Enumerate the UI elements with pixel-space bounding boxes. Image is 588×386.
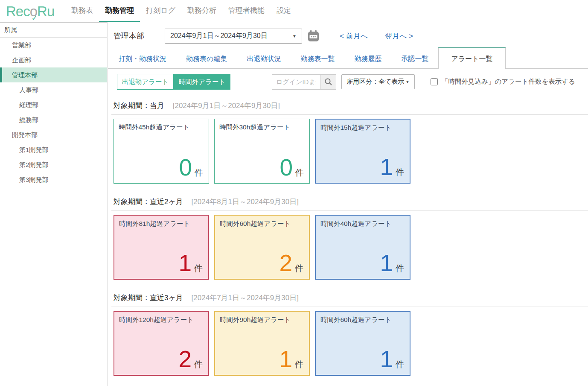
overtime-alert-toggle[interactable]: 時間外アラート — [174, 74, 230, 90]
tab-inout-status[interactable]: 出退勤状況 — [237, 48, 291, 68]
alert-card-title: 時間外81h超過アラート — [119, 219, 204, 228]
section-title: 対象期間：当月 — [114, 102, 164, 110]
search-button[interactable] — [320, 74, 336, 90]
sidebar-item-dev2[interactable]: 第2開発部 — [0, 157, 107, 172]
sidebar-item-sales[interactable]: 営業部 — [0, 38, 107, 53]
alert-card-title: 時間外15h超過アラート — [320, 123, 405, 132]
tab-approval-list[interactable]: 承認一覧 — [391, 48, 438, 68]
prev-month-link[interactable]: < 前月へ — [340, 31, 368, 41]
main-content: 管理本部 2024年9月1日～2024年9月30日 ▼ < 前月へ 翌月へ > … — [108, 22, 588, 386]
alert-card-title: 時間外60h超過アラート — [220, 219, 304, 228]
sidebar-item-dev1[interactable]: 第1開発部 — [0, 142, 107, 157]
alert-card-title: 時間外90h超過アラート — [220, 316, 304, 325]
nav-item-admin-functions[interactable]: 管理者機能 — [222, 0, 271, 22]
sidebar-item-dev-hq[interactable]: 開発本部 — [0, 127, 107, 142]
alert-card-row: 時間外120h超過アラート 2 件 時間外90h超過アラート 1 件 時間外60… — [111, 311, 588, 376]
filter-bar: 出退勤アラート 時間外アラート 雇用区分：全て表示 ▼ 「時間外見込み」のアラー… — [108, 69, 588, 95]
estimated-overtime-label: 「時間外見込み」のアラート件数を表示する — [442, 77, 575, 86]
search-icon — [324, 78, 332, 86]
alert-card-row: 時間外45h超過アラート 0 件 時間外30h超過アラート 0 件 時間外15h… — [111, 119, 588, 184]
alert-count: 1 — [380, 155, 393, 179]
search-input[interactable] — [272, 74, 320, 90]
section-date-range: [2024年8月1日～2024年9月30日] — [192, 198, 299, 206]
alert-card-overtime-60h[interactable]: 時間外60h超過アラート 2 件 — [214, 215, 310, 280]
tab-alert-list[interactable]: アラート一覧 — [438, 47, 505, 69]
alert-card-row: 時間外81h超過アラート 1 件 時間外60h超過アラート 2 件 時間外40h… — [111, 215, 588, 280]
employment-type-dropdown[interactable]: 雇用区分：全て表示 ▼ — [341, 74, 415, 89]
tab-edit-attendance[interactable]: 勤務表の編集 — [176, 48, 237, 68]
employment-type-value: 雇用区分：全て表示 — [346, 78, 404, 86]
alert-sections: 対象期間：当月 [2024年9月1日～2024年9月30日] 時間外45h超過ア… — [108, 95, 588, 376]
user-search — [272, 74, 336, 90]
selected-department-title: 管理本部 — [114, 31, 144, 41]
section-last-2-months: 対象期間：直近2ヶ月 [2024年8月1日～2024年9月30日] 時間外81h… — [111, 197, 588, 280]
alert-card-title: 時間外120h超過アラート — [119, 316, 204, 325]
tab-work-history[interactable]: 勤務履歴 — [344, 48, 391, 68]
sidebar-item-admin-hq[interactable]: 管理本部 — [0, 67, 107, 82]
alert-card-title: 時間外45h超過アラート — [119, 123, 204, 132]
estimated-overtime-option: 「時間外見込み」のアラート件数を表示する — [431, 77, 575, 86]
alert-count: 1 — [380, 348, 393, 371]
sidebar-item-general-affairs[interactable]: 総務部 — [0, 112, 107, 127]
alert-count: 0 — [179, 156, 192, 179]
alert-card-overtime-81h[interactable]: 時間外81h超過アラート 1 件 — [114, 215, 209, 280]
alert-card-title: 時間外60h超過アラート — [320, 316, 405, 325]
sidebar-item-hr[interactable]: 人事部 — [0, 82, 107, 97]
chevron-down-icon: ▼ — [405, 79, 410, 84]
alert-count-unit: 件 — [195, 167, 203, 178]
sidebar-item-dev3[interactable]: 第3開発部 — [0, 172, 107, 187]
alert-card-overtime-40h[interactable]: 時間外40h超過アラート 1 件 — [315, 215, 410, 280]
logo-text-ru: Ru — [37, 3, 54, 19]
alert-card-overtime-120h[interactable]: 時間外120h超過アラート 2 件 — [114, 311, 209, 376]
alert-count: 1 — [380, 251, 393, 275]
inout-alert-toggle[interactable]: 出退勤アラート — [117, 74, 174, 90]
nav-item-settings[interactable]: 設定 — [271, 0, 297, 22]
department-sidebar: 所属 営業部 企画部 管理本部 人事部 経理部 総務部 開発本部 第1開発部 第… — [0, 22, 108, 386]
alert-card-overtime-60h-3m[interactable]: 時間外60h超過アラート 1 件 — [315, 311, 410, 376]
date-range-value: 2024年9月1日～2024年9月30日 — [170, 32, 268, 41]
alert-card-overtime-90h[interactable]: 時間外90h超過アラート 1 件 — [214, 311, 310, 376]
alert-count: 1 — [178, 251, 192, 275]
alert-count: 0 — [279, 156, 293, 179]
alert-count-unit: 件 — [396, 167, 404, 178]
chevron-down-icon: ▼ — [292, 34, 297, 38]
sidebar-header: 所属 — [0, 23, 107, 38]
nav-item-work-management[interactable]: 勤務管理 — [99, 0, 140, 22]
alert-count-unit: 件 — [396, 359, 404, 370]
recoru-logo[interactable]: Reco✓Ru — [6, 1, 54, 22]
main-menu: 勤務表 勤務管理 打刻ログ 勤務分析 管理者機能 設定 — [65, 0, 297, 22]
sidebar-item-planning[interactable]: 企画部 — [0, 53, 107, 67]
alert-card-title: 時間外40h超過アラート — [320, 219, 405, 228]
nav-item-attendance-sheet[interactable]: 勤務表 — [65, 0, 99, 22]
alert-card-overtime-45h[interactable]: 時間外45h超過アラート 0 件 — [114, 119, 209, 184]
date-range-select[interactable]: 2024年9月1日～2024年9月30日 ▼ — [165, 29, 302, 44]
section-title: 対象期間：直近2ヶ月 — [114, 198, 183, 206]
estimated-overtime-checkbox[interactable] — [431, 78, 438, 85]
alert-card-overtime-15h[interactable]: 時間外15h超過アラート 1 件 — [315, 119, 410, 184]
logo-text-rec: Rec — [6, 3, 30, 19]
alert-card-title: 時間外30h超過アラート — [219, 123, 305, 132]
alert-count-unit: 件 — [194, 359, 203, 370]
section-header: 対象期間：直近2ヶ月 [2024年8月1日～2024年9月30日] — [111, 197, 588, 211]
section-title: 対象期間：直近3ヶ月 — [114, 294, 183, 302]
tab-punch-work-status[interactable]: 打刻・勤務状況 — [109, 48, 176, 68]
next-month-link[interactable]: 翌月へ > — [385, 31, 413, 41]
sidebar-item-accounting[interactable]: 経理部 — [0, 97, 107, 112]
month-navigation: < 前月へ 翌月へ > — [340, 31, 413, 41]
alert-count-unit: 件 — [194, 263, 203, 274]
logo-o-with-check: o✓ — [30, 3, 37, 19]
section-date-range: [2024年9月1日～2024年9月30日] — [173, 102, 280, 110]
tab-bar: 打刻・勤務状況 勤務表の編集 出退勤状況 勤務表一覧 勤務履歴 承認一覧 アラー… — [108, 48, 588, 69]
nav-item-work-analysis[interactable]: 勤務分析 — [181, 0, 222, 22]
section-last-3-months: 対象期間：直近3ヶ月 [2024年7月1日～2024年9月30日] 時間外120… — [111, 293, 588, 376]
nav-item-punch-log[interactable]: 打刻ログ — [140, 0, 181, 22]
alert-count-unit: 件 — [295, 359, 303, 370]
alert-type-toggle: 出退勤アラート 時間外アラート — [117, 74, 230, 90]
section-header: 対象期間：直近3ヶ月 [2024年7月1日～2024年9月30日] — [111, 293, 588, 307]
section-date-range: [2024年7月1日～2024年9月30日] — [192, 294, 299, 302]
calendar-icon[interactable] — [308, 30, 319, 42]
alert-count: 1 — [279, 348, 292, 371]
alert-count: 2 — [178, 348, 192, 371]
tab-attendance-list[interactable]: 勤務表一覧 — [291, 48, 344, 68]
alert-card-overtime-30h[interactable]: 時間外30h超過アラート 0 件 — [214, 119, 310, 184]
